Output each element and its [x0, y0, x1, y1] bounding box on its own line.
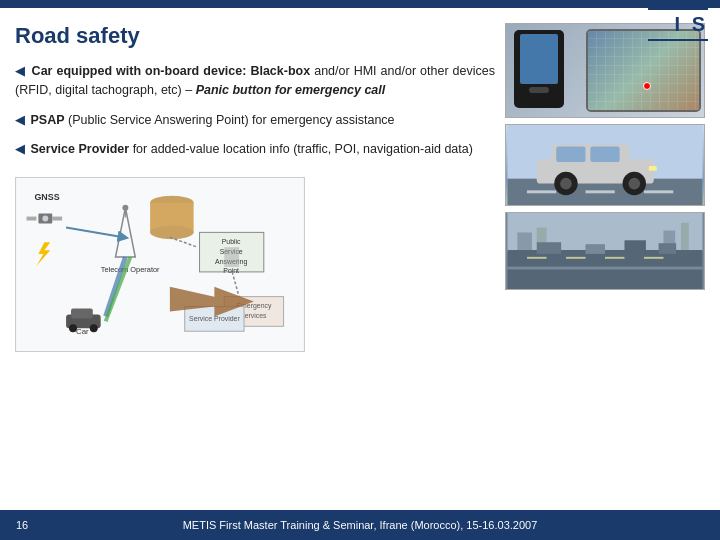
svg-point-16 [90, 324, 98, 332]
svg-rect-22 [224, 247, 239, 267]
svg-text:Service Provider: Service Provider [189, 315, 240, 322]
svg-rect-36 [527, 190, 556, 193]
svg-text:Public: Public [222, 238, 241, 245]
is-logo: I S [675, 13, 708, 35]
bullet-3-text: ◀ Service Provider for added-value locat… [15, 139, 495, 159]
car-label: Car [76, 327, 89, 336]
bullet-1-strong: Car equipped with on-board device: Black… [32, 64, 311, 78]
gnss-label: GNSS [34, 192, 59, 202]
svg-text:Point: Point [223, 267, 239, 274]
svg-rect-2 [27, 217, 37, 221]
gps-buttons [529, 87, 549, 93]
top-bar [0, 0, 720, 8]
page-number: 16 [16, 519, 28, 531]
gps-screen-display [520, 34, 558, 84]
svg-rect-41 [556, 146, 585, 162]
gps-unit [514, 30, 564, 108]
svg-rect-55 [527, 257, 546, 259]
bullet-3-body: for added-value location info (traffic, … [133, 142, 473, 156]
logo-line-bottom [648, 39, 708, 41]
svg-rect-54 [508, 267, 703, 270]
logo-line-top [648, 8, 708, 10]
svg-rect-52 [681, 223, 689, 252]
svg-rect-14 [71, 308, 93, 318]
svg-point-46 [628, 178, 640, 190]
svg-rect-38 [644, 190, 673, 193]
bullet-3-strong: Service Provider [30, 142, 129, 156]
svg-point-8 [122, 205, 128, 211]
database-cylinder [150, 196, 193, 239]
main-content: Road safety ◀ Car equipped with on-board… [0, 8, 720, 540]
road-image [505, 212, 705, 290]
svg-rect-56 [566, 257, 585, 259]
svg-text:Telecom Operator: Telecom Operator [101, 265, 160, 274]
bullet-1: ◀ Car equipped with on-board device: Bla… [15, 61, 495, 100]
bullet-3: ◀ Service Provider for added-value locat… [15, 139, 495, 159]
bullet-3-arrow: ◀ [15, 141, 25, 156]
footer-text: METIS First Master Training & Seminar, I… [183, 519, 538, 531]
footer-bar: 16 METIS First Master Training & Seminar… [0, 510, 720, 540]
bullet-2-strong: PSAP [30, 113, 64, 127]
svg-point-4 [42, 216, 48, 222]
bullet-1-text: ◀ Car equipped with on-board device: Bla… [15, 61, 495, 100]
svg-rect-47 [649, 166, 657, 171]
bullet-2-body: (Public Service Answering Point) for eme… [68, 113, 395, 127]
right-panel [505, 18, 705, 500]
svg-rect-59 [537, 242, 561, 254]
svg-point-12 [150, 225, 193, 239]
svg-rect-62 [659, 243, 677, 254]
road-silhouette-svg [506, 213, 704, 289]
svg-point-15 [69, 324, 77, 332]
car-silhouette-svg [506, 125, 704, 205]
psap-box: Public Service Answering Point [200, 232, 264, 274]
bullet-2-arrow: ◀ [15, 112, 25, 127]
bullet-1-arrow: ◀ [15, 63, 26, 78]
svg-point-44 [560, 178, 572, 190]
svg-rect-57 [605, 257, 624, 259]
is-logo-area: I S [648, 8, 708, 41]
svg-rect-37 [585, 190, 614, 193]
car-image [505, 124, 705, 206]
map-content [588, 31, 699, 110]
svg-rect-49 [517, 232, 532, 251]
bullet-2-text: ◀ PSAP (Public Service Answering Point) … [15, 110, 495, 130]
diagram-area: GNSS [15, 177, 305, 352]
slide: I S Road safety ◀ Car equipped with on-b… [0, 0, 720, 540]
svg-rect-58 [644, 257, 663, 259]
map-marker [643, 82, 651, 90]
svg-rect-61 [624, 240, 645, 254]
map-device [586, 29, 701, 112]
svg-text:services: services [241, 312, 267, 319]
bullet-2: ◀ PSAP (Public Service Answering Point) … [15, 110, 495, 130]
left-panel: Road safety ◀ Car equipped with on-board… [15, 18, 495, 500]
slide-title: Road safety [15, 23, 495, 49]
svg-rect-42 [590, 146, 619, 162]
bullet-1-italic: Panic button for emergency call [196, 83, 386, 97]
svg-rect-60 [586, 244, 605, 254]
svg-rect-3 [52, 217, 62, 221]
diagram-svg: GNSS [16, 178, 304, 351]
